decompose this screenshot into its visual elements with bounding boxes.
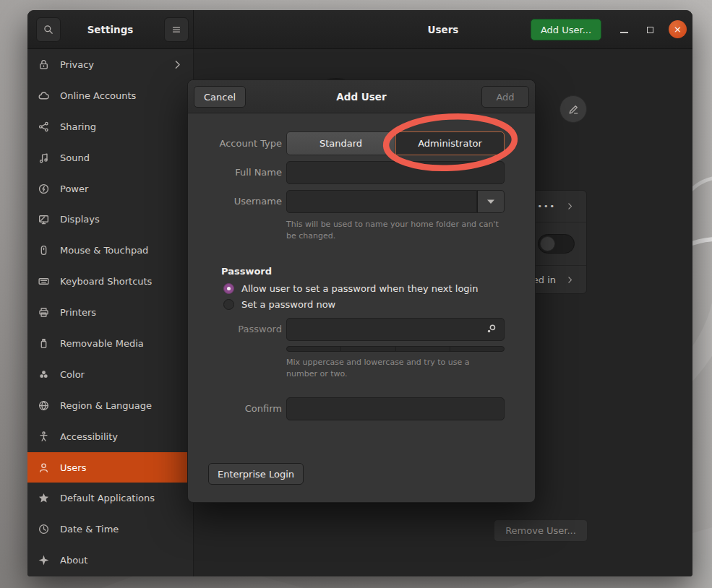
share-icon (38, 121, 50, 133)
sidebar-item-sound[interactable]: Sound (27, 142, 193, 173)
maximize-icon (647, 27, 653, 33)
confirm-label: Confirm (202, 403, 282, 414)
cancel-button[interactable]: Cancel (194, 86, 246, 108)
full-name-input[interactable] (286, 161, 505, 184)
display-icon (38, 213, 50, 225)
mouse-icon (38, 244, 50, 256)
account-type-segmented-control: Standard Administrator (286, 131, 505, 155)
star-icon (38, 492, 50, 504)
sidebar-item-printers[interactable]: Printers (27, 297, 193, 328)
pencil-icon (567, 103, 580, 116)
generate-password-icon (485, 323, 497, 335)
account-type-label: Account Type (202, 138, 282, 149)
sidebar-item-region-language[interactable]: Region & Language (27, 390, 193, 421)
add-button[interactable]: Add (481, 86, 529, 108)
close-icon: × (674, 24, 682, 35)
username-input[interactable] (286, 190, 477, 213)
minimize-button[interactable] (616, 22, 632, 38)
enterprise-login-button[interactable]: Enterprise Login (208, 463, 304, 485)
globe-icon (38, 399, 50, 412)
sidebar-item-color[interactable]: Color (27, 359, 193, 390)
color-circles-icon (38, 368, 50, 381)
password-input[interactable] (286, 318, 505, 341)
search-icon (43, 24, 54, 35)
chevron-right-icon (171, 59, 184, 71)
remove-user-button[interactable]: Remove User... (494, 519, 588, 542)
sidebar-item-mouse-touchpad[interactable]: Mouse & Touchpad (27, 235, 193, 266)
full-name-label: Full Name (202, 167, 282, 178)
toggle-knob (540, 236, 555, 251)
username-label: Username (202, 196, 282, 207)
chevron-right-icon (565, 275, 575, 285)
generate-password-button[interactable] (485, 323, 497, 338)
username-dropdown-button[interactable] (477, 190, 505, 213)
printer-icon (38, 306, 50, 319)
chevron-right-icon (565, 202, 575, 211)
add-user-dialog: Cancel Add User Add Account Type Standar… (187, 79, 536, 503)
lock-icon (38, 59, 50, 71)
radio-selected-icon (223, 283, 234, 294)
header-left: Settings (27, 10, 194, 48)
radio-next-login[interactable]: Allow user to set a password when they n… (223, 283, 478, 294)
sidebar-item-sharing[interactable]: Sharing (27, 111, 193, 142)
sidebar-item-online-accounts[interactable]: Online Accounts (27, 80, 193, 111)
search-button[interactable] (36, 17, 61, 42)
music-note-icon (38, 152, 50, 164)
user-icon (38, 462, 50, 474)
clock-icon (38, 523, 50, 535)
sidebar-item-privacy[interactable]: Privacy (27, 49, 193, 80)
sidebar-item-users[interactable]: Users (27, 452, 193, 483)
password-label: Password (202, 324, 282, 334)
chevron-down-icon (486, 199, 495, 204)
radio-unselected-icon (223, 299, 234, 310)
sidebar-item-keyboard-shortcuts[interactable]: Keyboard Shortcuts (27, 266, 193, 297)
close-button[interactable]: × (669, 20, 687, 38)
minimize-icon (620, 32, 628, 33)
header-bar: Settings Users Add User... × (27, 10, 692, 49)
sidebar-item-about[interactable]: About (27, 545, 193, 576)
flash-drive-icon (38, 337, 50, 350)
keyboard-icon (38, 275, 50, 287)
automatic-login-toggle[interactable] (538, 234, 575, 254)
power-icon (38, 183, 50, 195)
maximize-button[interactable] (642, 22, 658, 38)
edit-avatar-button[interactable] (559, 95, 587, 123)
sidebar-item-accessibility[interactable]: Accessibility (27, 421, 193, 452)
hamburger-menu-icon (171, 24, 182, 35)
cloud-icon (38, 90, 50, 102)
sidebar: Privacy Online Accounts Sharing Sound Po… (27, 49, 194, 576)
sidebar-item-displays[interactable]: Displays (27, 204, 193, 235)
accessibility-icon (38, 431, 50, 443)
password-hint-text: Mix uppercase and lowercase and try to u… (286, 357, 500, 380)
sidebar-item-date-time[interactable]: Date & Time (27, 514, 193, 545)
sidebar-item-removable-media[interactable]: Removable Media (27, 328, 193, 359)
add-user-header-button[interactable]: Add User... (531, 19, 601, 40)
header-right: Users Add User... × (194, 10, 692, 48)
username-help-text: This will be used to name your home fold… (286, 219, 500, 242)
administrator-option-button[interactable]: Administrator (395, 131, 505, 155)
sidebar-item-power[interactable]: Power (27, 173, 193, 204)
password-section-heading: Password (221, 266, 272, 277)
standard-option-button[interactable]: Standard (286, 131, 395, 155)
sparkle-icon (38, 554, 50, 566)
menu-button[interactable] (164, 17, 189, 42)
radio-set-now[interactable]: Set a password now (223, 299, 335, 310)
password-strength-meter (286, 346, 505, 352)
confirm-password-input[interactable] (286, 397, 505, 420)
sidebar-item-default-applications[interactable]: Default Applications (27, 483, 193, 514)
